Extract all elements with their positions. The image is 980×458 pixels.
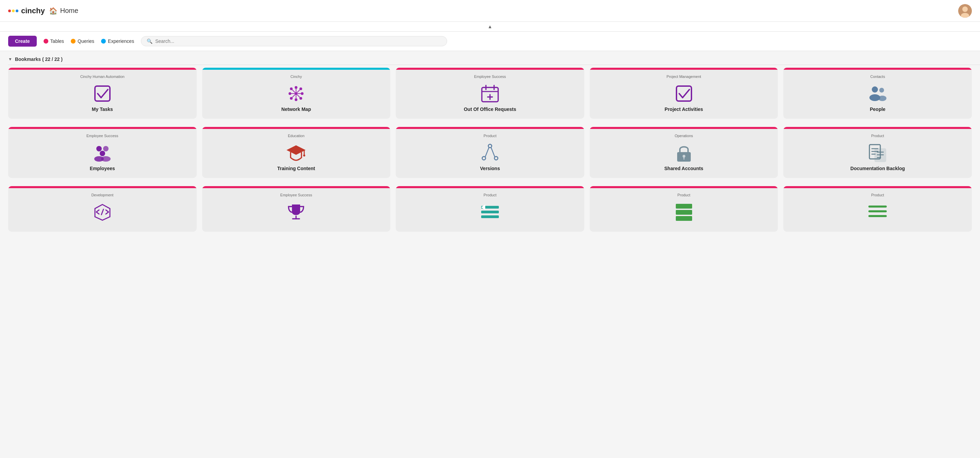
svg-point-6 <box>295 99 298 101</box>
svg-point-4 <box>295 92 298 95</box>
card-icon <box>674 83 694 104</box>
bookmarks-label: Bookmarks ( 22 / 22 ) <box>15 56 63 62</box>
dot-blue <box>16 10 18 12</box>
card-top-bar <box>202 127 391 129</box>
avatar[interactable] <box>958 4 972 18</box>
card-category: Education <box>285 134 307 138</box>
card-top-bar <box>590 186 778 188</box>
svg-point-9 <box>290 87 293 90</box>
card-top-bar <box>396 186 584 188</box>
svg-point-33 <box>103 146 108 151</box>
header: cinchy 🏠 Home <box>0 0 980 22</box>
svg-rect-66 <box>676 216 692 221</box>
card-top-bar <box>783 186 972 188</box>
svg-line-19 <box>292 95 295 97</box>
cards-grid-row3: Development Employee Success <box>0 183 980 232</box>
search-icon: 🔍 <box>147 38 153 44</box>
card-category: Cinchy Human Automation <box>78 75 127 79</box>
card-top-bar <box>8 127 197 129</box>
card-item[interactable]: Product Documentation Backlog <box>783 127 972 178</box>
svg-point-29 <box>879 88 884 92</box>
card-icon <box>286 83 306 104</box>
svg-point-42 <box>495 156 498 160</box>
card-label: Out Of Office Requests <box>461 107 519 112</box>
card-item[interactable]: Product Versions <box>396 127 584 178</box>
card-item[interactable]: Cinchy Netw <box>202 68 391 119</box>
card-item[interactable]: Cinchy Human Automation My Tasks <box>8 68 197 119</box>
toolbar: Create Tables Queries Experiences 🔍 <box>0 32 980 51</box>
card-category: Product <box>481 193 499 197</box>
card-category: Operations <box>672 134 696 138</box>
svg-point-34 <box>100 151 105 156</box>
svg-point-8 <box>301 92 304 95</box>
card-category: Employee Success <box>84 134 121 138</box>
avatar-image <box>958 4 972 18</box>
card-item[interactable]: Education Training Content <box>202 127 391 178</box>
cards-grid-row1: Cinchy Human Automation My Tasks Cinchy <box>0 65 980 124</box>
card-top-bar <box>590 127 778 129</box>
logo-text: cinchy <box>21 6 45 15</box>
card-label: Training Content <box>275 166 318 171</box>
svg-marker-37 <box>286 145 305 155</box>
card-item[interactable]: Product <box>783 186 972 232</box>
card-category: Product <box>481 134 499 138</box>
header-title: 🏠 Home <box>49 7 78 15</box>
svg-point-28 <box>872 86 878 92</box>
card-top-bar <box>590 68 778 70</box>
experiences-filter[interactable]: Experiences <box>101 38 134 44</box>
chevron-up-icon: ▲ <box>488 24 492 29</box>
create-button[interactable]: Create <box>8 36 37 47</box>
collapse-bar[interactable]: ▲ <box>0 22 980 32</box>
svg-point-40 <box>488 144 492 148</box>
tables-dot <box>43 39 48 43</box>
card-icon <box>286 202 306 222</box>
queries-label: Queries <box>78 38 94 44</box>
experiences-label: Experiences <box>108 38 134 44</box>
svg-line-20 <box>297 95 300 97</box>
card-top-bar <box>396 68 584 70</box>
page-title: Home <box>60 7 78 14</box>
svg-rect-65 <box>676 210 692 215</box>
card-icon <box>480 143 500 163</box>
card-item[interactable]: Employee Success Employees <box>8 127 197 178</box>
card-top-bar <box>8 186 197 188</box>
logo-dots <box>8 10 18 12</box>
tables-filter[interactable]: Tables <box>43 38 64 44</box>
svg-point-11 <box>290 97 293 100</box>
card-item[interactable]: Product <box>590 186 778 232</box>
search-box[interactable]: 🔍 <box>141 36 447 46</box>
card-label: Project Activities <box>662 107 706 112</box>
tables-label: Tables <box>50 38 64 44</box>
card-icon <box>867 143 888 163</box>
card-item[interactable]: Contacts People <box>783 68 972 119</box>
card-item[interactable]: Product <box>396 186 584 232</box>
card-category: Development <box>89 193 116 197</box>
search-input[interactable] <box>155 38 441 44</box>
card-item[interactable]: Development <box>8 186 197 232</box>
card-top-bar <box>8 68 197 70</box>
svg-point-7 <box>288 92 291 95</box>
experiences-dot <box>101 39 106 43</box>
card-item[interactable]: Project Management Project Activities <box>590 68 778 119</box>
card-icon <box>92 202 113 222</box>
card-icon <box>674 143 694 163</box>
dot-yellow <box>12 10 14 12</box>
chevron-down-icon[interactable]: ▼ <box>8 57 12 62</box>
queries-filter[interactable]: Queries <box>71 38 94 44</box>
card-item[interactable]: Employee Success Out Of Office Requests <box>396 68 584 119</box>
card-item[interactable]: Employee Success <box>202 186 391 232</box>
svg-line-17 <box>292 90 295 92</box>
home-icon: 🏠 <box>49 7 57 15</box>
svg-point-5 <box>295 86 298 89</box>
card-icon <box>867 83 888 104</box>
card-icon <box>286 143 306 163</box>
card-top-bar <box>396 127 584 129</box>
card-item[interactable]: Operations Shared Accounts <box>590 127 778 178</box>
svg-point-12 <box>299 97 302 100</box>
card-icon <box>674 202 694 222</box>
card-icon <box>867 202 888 222</box>
queries-dot <box>71 39 76 43</box>
cinchy-logo: cinchy <box>8 6 45 15</box>
svg-line-18 <box>297 90 300 92</box>
cards-grid-row2: Employee Success Employees Education <box>0 124 980 183</box>
